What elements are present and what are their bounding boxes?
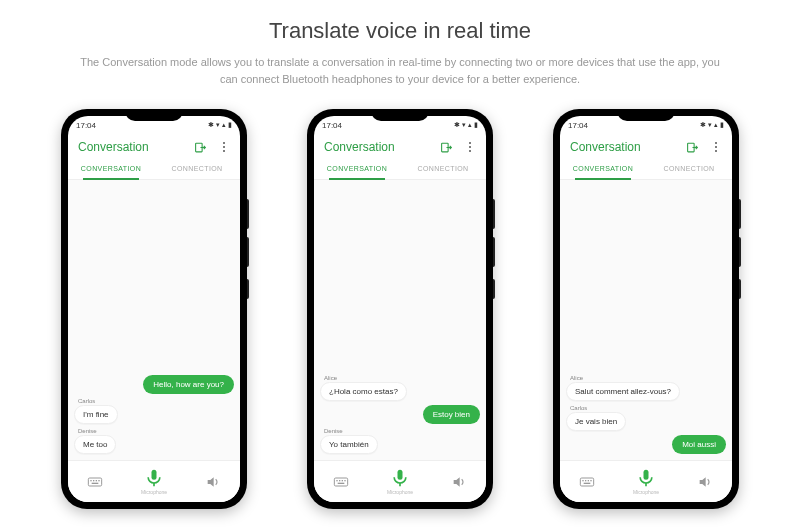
status-bar: 17:04 ✱ ▾ ▴ ▮ [68, 116, 240, 132]
bubble-in: Me too [74, 435, 116, 454]
exit-icon[interactable] [194, 141, 207, 154]
screen-title: Conversation [570, 140, 641, 154]
svg-rect-21 [585, 480, 586, 481]
microphone-icon[interactable] [144, 468, 164, 488]
page-title: Translate voice in real time [40, 18, 760, 44]
bubble-in: Salut comment allez-vous? [566, 382, 680, 401]
svg-rect-14 [344, 480, 345, 481]
tab-conversation[interactable]: CONVERSATION [68, 158, 154, 179]
speaker-icon[interactable] [697, 474, 713, 490]
microphone-icon[interactable] [390, 468, 410, 488]
keyboard-icon[interactable] [579, 474, 595, 490]
speaker-icon[interactable] [451, 474, 467, 490]
svg-rect-23 [590, 480, 591, 481]
status-icons: ✱ ▾ ▴ ▮ [700, 121, 724, 129]
status-bar: 17:04 ✱ ▾ ▴ ▮ [314, 116, 486, 132]
tab-connection[interactable]: CONNECTION [400, 158, 486, 179]
svg-rect-11 [336, 480, 337, 481]
chat-area: Hello, how are you? Carlos I'm fine Deni… [68, 180, 240, 460]
exit-icon[interactable] [440, 141, 453, 154]
status-time: 17:04 [568, 121, 588, 130]
svg-rect-5 [98, 480, 99, 481]
tab-connection[interactable]: CONNECTION [646, 158, 732, 179]
message-out: Hello, how are you? [74, 375, 234, 394]
speaker-icon[interactable] [205, 474, 221, 490]
status-time: 17:04 [76, 121, 96, 130]
svg-rect-10 [334, 478, 347, 486]
mic-label: Microphone [633, 489, 659, 495]
sender-name: Alice [324, 375, 337, 381]
bubble-in: Je vais bien [566, 412, 626, 431]
svg-rect-2 [90, 480, 91, 481]
svg-rect-25 [643, 470, 648, 480]
sender-name: Denise [324, 428, 343, 434]
more-icon[interactable] [217, 141, 230, 154]
screen-title: Conversation [78, 140, 149, 154]
svg-rect-6 [92, 482, 99, 483]
phone-mockup: 17:04 ✱ ▾ ▴ ▮ Conversation CONVERSATION … [553, 109, 739, 509]
svg-rect-15 [338, 482, 345, 483]
phone-mockup: 17:04 ✱ ▾ ▴ ▮ Conversation CONVERSATION … [307, 109, 493, 509]
more-icon[interactable] [709, 141, 722, 154]
svg-rect-24 [584, 482, 591, 483]
message-in: Alice ¿Hola como estas? [320, 375, 480, 401]
sender-name: Carlos [570, 405, 587, 411]
svg-rect-22 [588, 480, 589, 481]
sender-name: Carlos [78, 398, 95, 404]
sender-name: Denise [78, 428, 97, 434]
exit-icon[interactable] [686, 141, 699, 154]
chat-area: Alice Salut comment allez-vous? Carlos J… [560, 180, 732, 460]
microphone-icon[interactable] [636, 468, 656, 488]
status-icons: ✱ ▾ ▴ ▮ [208, 121, 232, 129]
sender-name: Alice [570, 375, 583, 381]
phone-row: 17:04 ✱ ▾ ▴ ▮ Conversation CONVERSATION … [0, 109, 800, 509]
message-in: Carlos I'm fine [74, 398, 234, 424]
svg-rect-13 [342, 480, 343, 481]
message-in: Denise Yo también [320, 428, 480, 454]
svg-rect-19 [580, 478, 593, 486]
status-time: 17:04 [322, 121, 342, 130]
message-out: Estoy bien [320, 405, 480, 424]
mic-label: Microphone [387, 489, 413, 495]
bubble-out: Estoy bien [423, 405, 480, 424]
phone-mockup: 17:04 ✱ ▾ ▴ ▮ Conversation CONVERSATION … [61, 109, 247, 509]
svg-rect-12 [339, 480, 340, 481]
bubble-out: Hello, how are you? [143, 375, 234, 394]
screen-title: Conversation [324, 140, 395, 154]
svg-rect-16 [397, 470, 402, 480]
svg-rect-4 [96, 480, 97, 481]
svg-rect-1 [88, 478, 101, 486]
tab-conversation[interactable]: CONVERSATION [560, 158, 646, 179]
svg-rect-3 [93, 480, 94, 481]
status-bar: 17:04 ✱ ▾ ▴ ▮ [560, 116, 732, 132]
tab-connection[interactable]: CONNECTION [154, 158, 240, 179]
message-in: Carlos Je vais bien [566, 405, 726, 431]
message-in: Alice Salut comment allez-vous? [566, 375, 726, 401]
bubble-out: Moi aussi [672, 435, 726, 454]
bubble-in: Yo también [320, 435, 378, 454]
chat-area: Alice ¿Hola como estas? Estoy bien Denis… [314, 180, 486, 460]
keyboard-icon[interactable] [87, 474, 103, 490]
message-out: Moi aussi [566, 435, 726, 454]
more-icon[interactable] [463, 141, 476, 154]
mic-label: Microphone [141, 489, 167, 495]
message-in: Denise Me too [74, 428, 234, 454]
keyboard-icon[interactable] [333, 474, 349, 490]
bubble-in: ¿Hola como estas? [320, 382, 407, 401]
status-icons: ✱ ▾ ▴ ▮ [454, 121, 478, 129]
page-subtitle: The Conversation mode allows you to tran… [80, 54, 720, 87]
svg-rect-20 [582, 480, 583, 481]
tab-conversation[interactable]: CONVERSATION [314, 158, 400, 179]
bubble-in: I'm fine [74, 405, 118, 424]
svg-rect-7 [151, 470, 156, 480]
